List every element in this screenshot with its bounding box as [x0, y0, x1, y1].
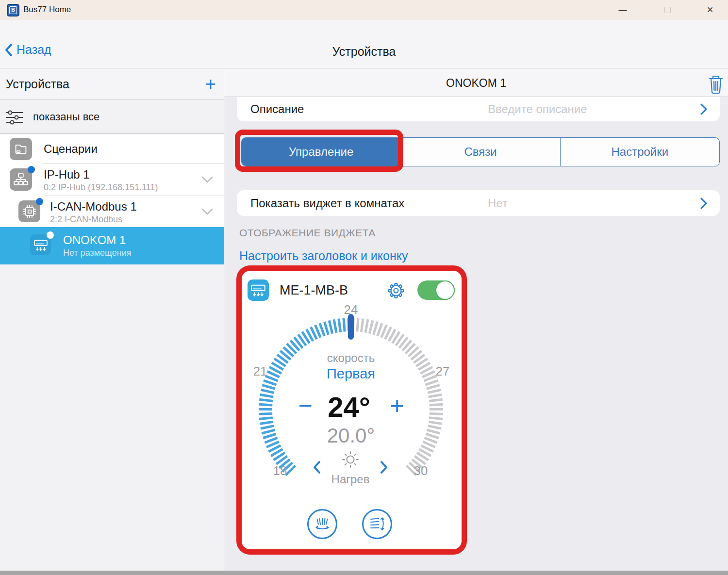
sidebar-item-label: IP-Hub 1 [44, 168, 158, 181]
swing-vertical-icon [367, 514, 387, 534]
chevron-down-icon [201, 176, 213, 183]
maximize-button[interactable] [656, 0, 678, 20]
status-badge [47, 231, 54, 239]
dial-label-18: 18 [273, 463, 287, 478]
description-placeholder: Введите описание [488, 102, 587, 116]
back-button[interactable]: Назад [5, 43, 51, 57]
window-title: Bus77 Home [23, 5, 71, 15]
add-device-button[interactable]: + [205, 74, 216, 95]
swing-horizontal-button[interactable] [307, 509, 337, 539]
speed-label: скорость [327, 351, 375, 365]
sidebar-item-scenarios[interactable]: Сценарии [0, 134, 224, 164]
sidebar-item-subtitle: 2:2 I-CAN-Modbus [50, 214, 137, 225]
setpoint-temperature: 24° [328, 391, 370, 423]
sidebar-item-subtitle: 0:2 IP-Hub (192.168.151.111) [44, 182, 158, 193]
sidebar-title: Устройства [6, 77, 69, 91]
status-badge [28, 166, 35, 173]
chevron-down-icon [201, 208, 213, 215]
power-toggle[interactable] [417, 280, 455, 300]
rooms-row[interactable]: Показать виджет в комнатах Нет [237, 190, 720, 216]
sidebar-item-label: Сценарии [44, 142, 98, 156]
sidebar-header: Устройства + [0, 68, 224, 99]
tab-control: Управление Связи Настройки [241, 137, 720, 166]
rooms-label: Показать виджет в комнатах [250, 197, 404, 210]
sidebar-item-label: I-CAN-Modbus 1 [50, 200, 137, 214]
description-row[interactable]: Описание Введите описание [237, 97, 720, 121]
dial-label-24: 24 [344, 302, 358, 317]
device-name: ME-1-MB-B [280, 283, 348, 298]
sidebar-item-ip-hub[interactable]: IP-Hub 1 0:2 IP-Hub (192.168.151.111) [0, 164, 224, 196]
sidebar: Устройства + показаны все Сценарии IP-Hu… [0, 68, 224, 571]
maximize-icon [664, 7, 671, 13]
app-icon: B [7, 4, 19, 16]
rooms-value: Нет [488, 197, 508, 210]
filter-label: показаны все [33, 111, 99, 123]
mode-next-button[interactable] [380, 460, 388, 474]
page-title: Устройства [332, 45, 396, 59]
chevron-right-icon [700, 197, 707, 209]
section-label: ОТОБРАЖЕНИЕ ВИДЖЕТА [239, 227, 376, 239]
speed-value: Первая [327, 366, 375, 382]
heat-mode-sun-icon [340, 449, 361, 470]
temp-minus-button[interactable]: − [298, 394, 312, 418]
current-temperature: 20.0° [327, 424, 375, 447]
folder-icon [10, 138, 32, 160]
back-label: Назад [17, 43, 51, 57]
toggle-knob [435, 280, 455, 300]
filter-icon [6, 110, 23, 125]
gear-icon[interactable] [387, 281, 405, 300]
mode-prev-button[interactable] [313, 460, 321, 474]
mode-label: Нагрев [331, 473, 370, 486]
sidebar-item-label: ONOKOM 1 [63, 233, 131, 247]
window-bottom-edge [0, 571, 728, 575]
dial-label-27: 27 [436, 364, 450, 379]
panel-title: ONOKOM 1 [446, 77, 506, 90]
description-label: Описание [250, 102, 304, 116]
temp-plus-button[interactable]: + [390, 394, 404, 418]
status-badge [36, 198, 43, 205]
close-button[interactable]: ✕ [699, 0, 721, 20]
air-conditioner-icon [248, 279, 269, 301]
sidebar-item-subtitle: Нет размещения [63, 248, 131, 258]
filter-row[interactable]: показаны все [0, 100, 224, 134]
delete-device-button[interactable] [709, 75, 723, 95]
swing-horizontal-icon [313, 514, 332, 534]
sidebar-item-onokom[interactable]: ONOKOM 1 Нет размещения [0, 227, 224, 264]
dial-label-21: 21 [253, 364, 267, 379]
sidebar-item-i-can-modbus[interactable]: I-CAN-Modbus 1 2:2 I-CAN-Modbus [0, 196, 224, 227]
chevron-right-icon [700, 103, 707, 115]
tab-settings[interactable]: Настройки [561, 138, 719, 166]
configure-title-icon-link[interactable]: Настроить заголовок и иконку [239, 249, 408, 263]
swing-vertical-button[interactable] [362, 509, 392, 539]
minimize-button[interactable]: — [612, 0, 634, 20]
tab-management[interactable]: Управление [242, 138, 401, 166]
back-chevron-icon [5, 43, 13, 57]
tab-links[interactable]: Связи [401, 138, 560, 166]
title-bar: B Bus77 Home — ✕ [0, 0, 728, 20]
dial-label-30: 30 [414, 463, 428, 478]
